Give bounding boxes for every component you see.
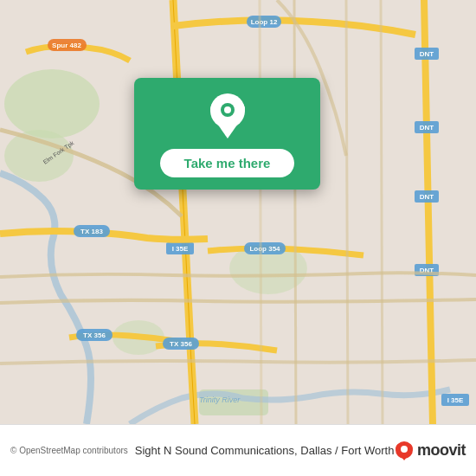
svg-text:Loop 354: Loop 354: [249, 245, 280, 253]
map-svg: I 35E I 35E Loop 12 Spur 482 TX 183 Loop…: [0, 0, 476, 424]
svg-point-1: [4, 69, 100, 138]
moovit-pin-icon: [395, 441, 414, 460]
footer-bar: © OpenStreetMap contributors Sight N Sou…: [0, 424, 476, 476]
svg-text:TX 356: TX 356: [83, 331, 106, 339]
svg-text:Loop 12: Loop 12: [251, 18, 278, 26]
svg-text:DNT: DNT: [420, 193, 434, 201]
copyright-text: © OpenStreetMap contributors: [10, 446, 128, 455]
moovit-brand-text: moovit: [417, 441, 466, 460]
svg-point-36: [224, 106, 231, 113]
svg-text:I 35E: I 35E: [447, 396, 464, 404]
svg-text:Spur 482: Spur 482: [52, 42, 81, 49]
take-me-there-button[interactable]: Take me there: [160, 149, 295, 177]
card-overlay: Take me there: [134, 78, 320, 190]
svg-point-2: [4, 130, 74, 182]
svg-text:DNT: DNT: [420, 124, 434, 132]
map-container: I 35E I 35E Loop 12 Spur 482 TX 183 Loop…: [0, 0, 476, 424]
svg-point-38: [401, 446, 408, 453]
svg-text:DNT: DNT: [420, 50, 434, 58]
location-title: Sight N Sound Communications, Dallas / F…: [135, 444, 395, 457]
svg-text:Trinity River: Trinity River: [199, 396, 241, 404]
location-pin-icon: [209, 93, 247, 138]
svg-text:I 35E: I 35E: [172, 245, 189, 253]
moovit-logo: moovit: [395, 441, 466, 460]
svg-text:TX 183: TX 183: [80, 228, 103, 235]
svg-text:TX 356: TX 356: [170, 340, 192, 348]
